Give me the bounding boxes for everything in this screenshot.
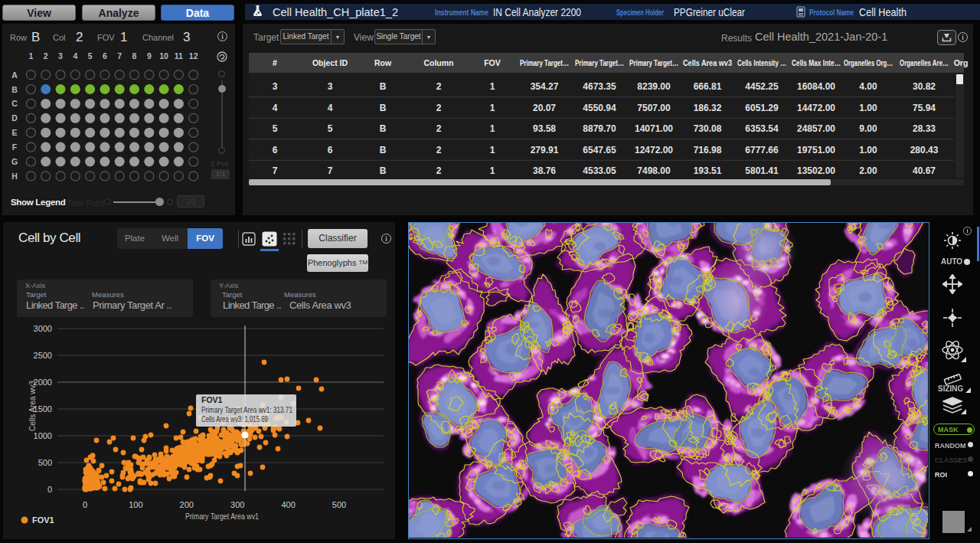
svg-text:D: D [11, 113, 18, 123]
svg-text:7498.00: 7498.00 [637, 165, 671, 176]
svg-text:0: 0 [47, 485, 52, 494]
svg-text:B: B [380, 165, 387, 176]
svg-text:3: 3 [273, 81, 278, 92]
svg-text:Cell Health: Cell Health [859, 5, 906, 18]
svg-text:Org: Org [954, 58, 969, 67]
svg-text:8: 8 [132, 51, 137, 61]
svg-text:4: 4 [273, 103, 278, 113]
svg-text:2500: 2500 [34, 351, 52, 360]
svg-text:100: 100 [129, 500, 142, 509]
svg-text:14472.00: 14472.00 [797, 103, 835, 113]
svg-text:5: 5 [273, 123, 278, 134]
svg-text:9.00: 9.00 [859, 123, 877, 134]
svg-text:Cell Health_CH_plate1_2: Cell Health_CH_plate1_2 [273, 5, 398, 18]
svg-text:Row: Row [374, 58, 392, 67]
svg-text:FOV1: FOV1 [201, 395, 223, 404]
svg-text:B: B [380, 123, 387, 134]
svg-text:Cells Area wv3: 1,015.69: Cells Area wv3: 1,015.69 [201, 415, 268, 424]
svg-text:4452.25: 4452.25 [745, 81, 779, 92]
svg-text:666.81: 666.81 [694, 81, 722, 92]
svg-text:10: 10 [159, 51, 168, 61]
svg-text:5: 5 [328, 123, 333, 134]
svg-text:3: 3 [328, 81, 333, 92]
svg-text:2: 2 [436, 145, 442, 155]
svg-text:1: 1 [490, 145, 495, 155]
svg-text:4: 4 [73, 51, 77, 61]
svg-text:4533.05: 4533.05 [583, 165, 616, 176]
svg-text:1: 1 [490, 103, 495, 113]
svg-text:12: 12 [189, 51, 198, 61]
svg-text:6051.29: 6051.29 [745, 103, 779, 113]
svg-text:G: G [11, 157, 18, 166]
svg-text:B: B [380, 81, 387, 92]
svg-text:H: H [11, 172, 18, 181]
svg-text:Primary Target Area wv1: Primary Target Area wv1 [185, 512, 259, 521]
svg-text:40.67: 40.67 [913, 165, 936, 176]
svg-text:4673.35: 4673.35 [583, 81, 616, 92]
svg-text:IN Cell Analyzer 2200: IN Cell Analyzer 2200 [493, 5, 581, 18]
svg-text:Primary Target…: Primary Target… [629, 58, 678, 67]
svg-text:1: 1 [490, 123, 495, 134]
svg-text:7: 7 [328, 165, 333, 176]
svg-text:14071.00: 14071.00 [635, 123, 673, 134]
svg-text:28.33: 28.33 [913, 123, 936, 134]
svg-text:Instrument Name: Instrument Name [435, 8, 488, 17]
svg-text:A: A [11, 70, 18, 80]
svg-text:2: 2 [436, 103, 442, 113]
svg-text:3000: 3000 [34, 324, 52, 333]
svg-text:7507.00: 7507.00 [637, 103, 671, 113]
svg-text:5801.41: 5801.41 [745, 165, 779, 176]
svg-text:#: # [273, 58, 277, 67]
svg-text:1: 1 [490, 165, 495, 176]
svg-text:75.94: 75.94 [913, 103, 936, 113]
svg-text:1000: 1000 [34, 431, 52, 440]
svg-text:500: 500 [38, 458, 52, 467]
svg-text:11: 11 [175, 51, 183, 61]
svg-text:2: 2 [436, 123, 442, 134]
svg-text:716.98: 716.98 [694, 145, 722, 155]
svg-text:Organelles Are…: Organelles Are… [900, 58, 949, 67]
svg-text:4550.94: 4550.94 [583, 103, 616, 113]
svg-text:6777.66: 6777.66 [745, 145, 779, 155]
svg-text:500: 500 [332, 500, 346, 509]
svg-text:4: 4 [328, 103, 333, 113]
svg-text:6547.65: 6547.65 [583, 145, 616, 155]
svg-text:1.00: 1.00 [859, 145, 877, 155]
svg-text:12472.00: 12472.00 [635, 145, 673, 155]
svg-text:B: B [380, 145, 387, 155]
svg-text:FOV: FOV [484, 58, 501, 67]
svg-text:8239.00: 8239.00 [637, 81, 671, 92]
svg-text:Primary Target Area wv1: 313.7: Primary Target Area wv1: 313.71 [201, 406, 292, 414]
svg-text:Specimen Holder: Specimen Holder [616, 8, 664, 17]
svg-text:2: 2 [436, 81, 442, 92]
svg-text:7: 7 [273, 165, 278, 176]
svg-text:Cells Area wv3: Cells Area wv3 [28, 381, 37, 431]
svg-text:30.82: 30.82 [913, 81, 936, 92]
svg-text:Cells Area wv3: Cells Area wv3 [683, 58, 732, 67]
svg-text:38.76: 38.76 [533, 165, 556, 176]
svg-text:C: C [11, 99, 18, 108]
svg-text:Cells Max Inte…: Cells Max Inte… [792, 58, 841, 67]
svg-text:193.51: 193.51 [694, 165, 722, 176]
svg-text:Primary Target…: Primary Target… [575, 58, 624, 67]
svg-text:9: 9 [147, 51, 152, 61]
svg-text:354.27: 354.27 [531, 81, 559, 92]
svg-text:24857.00: 24857.00 [797, 123, 835, 134]
svg-text:6353.54: 6353.54 [745, 123, 779, 134]
svg-text:1: 1 [490, 81, 495, 92]
svg-text:186.32: 186.32 [694, 103, 722, 113]
svg-text:300: 300 [230, 500, 244, 509]
svg-text:400: 400 [281, 500, 295, 509]
svg-text:2: 2 [436, 165, 442, 176]
svg-text:20.07: 20.07 [533, 103, 556, 113]
svg-text:Cells Intensity …: Cells Intensity … [737, 58, 786, 67]
svg-text:Organelles Org…: Organelles Org… [844, 58, 893, 67]
svg-text:Primary Target…: Primary Target… [520, 58, 569, 67]
svg-text:FOV1: FOV1 [32, 515, 54, 525]
svg-text:B: B [11, 85, 18, 94]
svg-text:0: 0 [83, 500, 87, 509]
svg-text:2: 2 [44, 51, 48, 61]
svg-text:280.43: 280.43 [910, 145, 939, 155]
svg-text:6: 6 [273, 145, 278, 155]
svg-text:7: 7 [117, 51, 122, 61]
